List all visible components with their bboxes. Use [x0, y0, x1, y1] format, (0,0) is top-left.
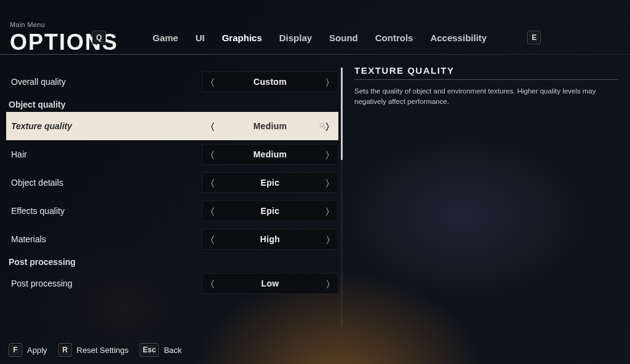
- chevron-right-icon[interactable]: 〉: [323, 234, 333, 245]
- section-post-processing: Post processing: [6, 253, 338, 269]
- chevron-left-icon[interactable]: 〈: [207, 279, 217, 289]
- value-selector[interactable]: 〈 High 〉: [202, 229, 338, 250]
- scrollbar-thumb[interactable]: [341, 68, 343, 160]
- setting-post-processing[interactable]: Post processing 〈 Low 〉: [6, 269, 338, 298]
- setting-effects-quality[interactable]: Effects quality 〈 Epic 〉: [6, 197, 338, 225]
- tab-display[interactable]: Display: [279, 33, 312, 43]
- tab-controls[interactable]: Controls: [375, 33, 413, 43]
- back-button[interactable]: Esc Back: [140, 343, 181, 357]
- key-esc-icon: Esc: [140, 343, 159, 357]
- value-selector[interactable]: 〈 Epic 〉: [202, 172, 338, 193]
- setting-label: Texture quality: [11, 121, 202, 131]
- settings-panel: Overall quality 〈 Custom 〉 Object qualit…: [6, 68, 338, 327]
- chevron-right-icon[interactable]: 〉: [323, 149, 333, 160]
- description-title: TEXTURE QUALITY: [354, 65, 618, 80]
- tab-game[interactable]: Game: [153, 33, 178, 43]
- value-selector[interactable]: 〈 Medium 〉: [202, 144, 338, 165]
- chevron-left-icon[interactable]: 〈: [207, 234, 217, 245]
- description-panel: TEXTURE QUALITY Sets the quality of obje…: [354, 65, 618, 106]
- chevron-right-icon[interactable]: 〉: [323, 77, 333, 87]
- setting-hair[interactable]: Hair 〈 Medium 〉: [6, 140, 338, 168]
- setting-value: Epic: [261, 178, 280, 188]
- description-body: Sets the quality of object and environme…: [354, 86, 618, 106]
- setting-materials[interactable]: Materials 〈 High 〉: [6, 225, 338, 253]
- chevron-left-icon[interactable]: 〈: [207, 121, 217, 132]
- apply-button[interactable]: F Apply: [9, 343, 47, 357]
- chevron-right-icon[interactable]: 〉: [323, 206, 333, 216]
- setting-texture-quality[interactable]: Texture quality 〈 Medium 〉 ↖: [6, 112, 338, 140]
- setting-value: Epic: [261, 206, 280, 216]
- value-selector[interactable]: 〈 Medium 〉: [202, 116, 338, 136]
- header-divider: [0, 54, 630, 55]
- next-tab-key-icon[interactable]: E: [527, 31, 541, 44]
- reset-label: Reset Settings: [77, 346, 129, 355]
- setting-label: Materials: [11, 234, 202, 244]
- key-f-icon: F: [9, 343, 22, 357]
- breadcrumb: Main Menu: [10, 21, 45, 28]
- tab-bar: Q Game UI Graphics Display Sound Control…: [92, 28, 624, 47]
- setting-value: Custom: [253, 77, 287, 87]
- setting-label: Post processing: [11, 279, 202, 288]
- setting-label: Effects quality: [11, 206, 202, 216]
- chevron-left-icon[interactable]: 〈: [207, 77, 217, 87]
- tab-sound[interactable]: Sound: [329, 33, 358, 43]
- chevron-right-icon[interactable]: 〉: [323, 178, 333, 188]
- value-selector[interactable]: 〈 Low 〉: [202, 273, 338, 294]
- prev-tab-key-icon[interactable]: Q: [92, 31, 106, 44]
- setting-label: Object details: [11, 178, 202, 188]
- value-selector[interactable]: 〈 Custom 〉: [202, 71, 338, 92]
- setting-object-details[interactable]: Object details 〈 Epic 〉: [6, 168, 338, 197]
- back-label: Back: [164, 346, 181, 355]
- reset-button[interactable]: R Reset Settings: [58, 343, 129, 357]
- apply-label: Apply: [27, 346, 47, 355]
- setting-value: Medium: [253, 121, 287, 131]
- setting-overall-quality[interactable]: Overall quality 〈 Custom 〉: [6, 68, 338, 96]
- section-object-quality: Object quality: [6, 96, 338, 112]
- chevron-left-icon[interactable]: 〈: [207, 206, 217, 216]
- setting-label: Overall quality: [11, 77, 202, 87]
- setting-value: Medium: [253, 149, 287, 159]
- chevron-right-icon[interactable]: 〉: [323, 279, 333, 289]
- value-selector[interactable]: 〈 Epic 〉: [202, 200, 338, 221]
- chevron-right-icon[interactable]: 〉: [323, 121, 333, 132]
- scrollbar[interactable]: [341, 68, 343, 326]
- footer: F Apply R Reset Settings Esc Back: [9, 343, 181, 357]
- chevron-left-icon[interactable]: 〈: [207, 149, 217, 160]
- key-r-icon: R: [58, 343, 72, 357]
- setting-label: Hair: [11, 149, 202, 159]
- chevron-left-icon[interactable]: 〈: [207, 178, 217, 188]
- tab-ui[interactable]: UI: [196, 33, 205, 43]
- setting-value: Low: [261, 279, 279, 288]
- tab-graphics[interactable]: Graphics: [222, 33, 262, 43]
- tab-accessibility[interactable]: Accessibility: [430, 33, 487, 43]
- setting-value: High: [260, 234, 280, 244]
